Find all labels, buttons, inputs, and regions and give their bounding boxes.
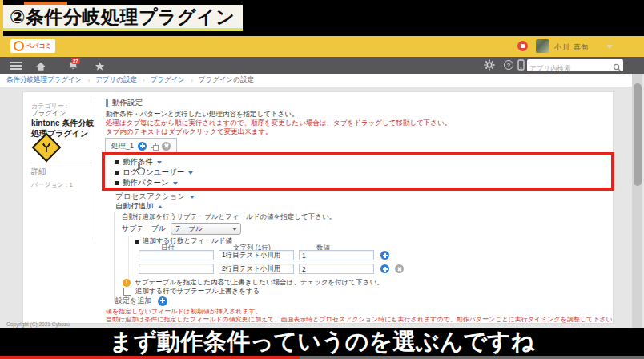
search-input[interactable] [527,63,612,75]
search-box [527,59,623,71]
gear-icon[interactable] [484,59,495,74]
caption-text: まず動作条件っていうのを選ぶんですね [110,326,535,358]
add-setting: 設定を追加 [115,296,167,306]
detail-link[interactable]: 詳細 [31,167,46,177]
plugin-version: バージョン : 1 [31,180,73,189]
subtable-setting: サブテーブル テーブル [122,223,241,235]
add-setting-label: 設定を追加 [115,296,151,306]
process-tab[interactable]: 処理_1 [105,138,177,153]
notification-badge: 27 [71,58,80,64]
row1-number-input[interactable] [299,250,374,260]
accordion-label: 動作パターン [123,178,169,188]
logo-text: ペパコミ [26,42,52,50]
tab-add-icon[interactable] [138,142,147,151]
row2-remove-icon[interactable] [395,264,404,273]
tab-copy-icon[interactable] [151,143,158,150]
breadcrumb-separator: › [191,77,193,84]
square-bullet [115,171,119,175]
section-note-red-2: タブ内のテキストはダブルクリックで変更出来ます。 [106,127,272,137]
video-progress-bar[interactable] [0,356,644,359]
chevron-down-icon [190,196,195,199]
avatar[interactable] [536,39,549,53]
select-caret-icon [232,228,237,231]
auto-row-add-label: 自動行追加 [115,201,154,212]
subtable-label: サブテーブル [122,224,166,234]
video-title-banner: ②条件分岐処理プラグイン [0,0,644,36]
chevron-down-icon [188,171,193,175]
subtable-select[interactable]: テーブル [171,223,241,235]
breadcrumb-link-plugin-name[interactable]: 条件分岐処理プラグイン [6,75,83,85]
row1-text-input[interactable] [219,250,294,260]
breadcrumb-link-app-settings[interactable]: アプリの設定 [95,75,137,85]
row2-add-icon[interactable] [380,264,389,273]
breadcrumb-current: プラグインの設定 [199,75,254,85]
accordion-action-pattern[interactable]: 動作パターン [115,178,178,188]
square-bullet [115,160,119,164]
row2-date-input[interactable] [139,264,214,274]
user-name[interactable]: 小川 喜句 [554,42,590,53]
breadcrumb-separator: › [88,77,91,84]
settings-panel: カテゴリー : プラグイン kintone 条件分岐処理プラグイン 詳細 バージ… [22,91,614,324]
caption-bar: まず動作条件っていうのを選ぶんですね [0,328,644,356]
title-accent-line [24,2,67,5]
chevron-down-icon [173,182,178,185]
row1-date-input[interactable] [139,250,214,260]
scrollbar-thumb[interactable] [634,83,642,186]
square-bullet [115,181,119,185]
chevron-up-icon [158,205,163,208]
breadcrumb: 条件分岐処理プラグイン › アプリの設定 › プラグイン › プラグインの設定 [0,74,632,87]
sidebar-main-divider [95,97,95,240]
home-icon[interactable] [35,60,46,75]
logo-icon [14,41,24,51]
red-note-2: 自動行追加は条件に指定したフィールドの値変更に加えて、画面表示時とプロセスアクシ… [106,315,612,324]
auto-row-add-toggle[interactable]: 自動行追加 [115,201,163,212]
logo[interactable]: ペパコミ [10,39,55,53]
scrollbar-track[interactable] [632,74,642,328]
row2-number-input[interactable] [299,264,374,274]
process-tab-label: 処理_1 [111,141,134,151]
mobile-icon[interactable] [517,59,525,74]
accordion-login-user[interactable]: ログインユーザー [115,167,193,178]
add-setting-icon[interactable] [158,296,167,306]
accordion-label: ログインユーザー [123,167,184,178]
hand-cursor-icon [135,163,146,179]
help-icon[interactable]: ? [504,60,513,70]
video-progress-played [0,356,300,359]
plugin-name: kintone 条件分岐処理プラグイン [31,118,99,139]
breadcrumb-link-plugins[interactable]: プラグイン [151,75,186,85]
square-bullet [135,240,139,244]
warning-icon: ! [123,279,131,287]
record-icon [517,41,528,51]
tab-close-icon[interactable] [162,142,171,151]
subtable-select-value: テーブル [175,224,203,234]
section-title: 動作設定 [106,99,143,107]
breadcrumb-separator: › [143,77,145,84]
sidebar-divider [30,163,92,163]
row1-add-icon[interactable] [380,251,389,260]
user-chevron-down-icon[interactable] [606,45,613,49]
copyright: Copyright (C) 2021 Cybozu [6,321,70,327]
rows-section-label: 追加する行数とフィールド値 [135,236,232,246]
video-title: ②条件分岐処理プラグイン [3,5,243,31]
chevron-down-icon [157,161,162,164]
row2-text-input[interactable] [219,264,294,274]
bell-icon[interactable]: 27 [67,59,82,72]
auto-row-description: 自動行追加を行うサブテーブルとフィールドの値を指定して下さい。 [122,212,336,222]
overwrite-checkbox[interactable] [123,288,131,296]
rows-section-label-text: 追加する行数とフィールド値 [143,236,232,246]
indent-guide [114,212,115,302]
highlight-red-box: 動作条件 ログインユーザー 動作パターン [102,152,614,191]
menu-icon[interactable] [10,62,22,71]
star-icon[interactable] [95,60,105,75]
